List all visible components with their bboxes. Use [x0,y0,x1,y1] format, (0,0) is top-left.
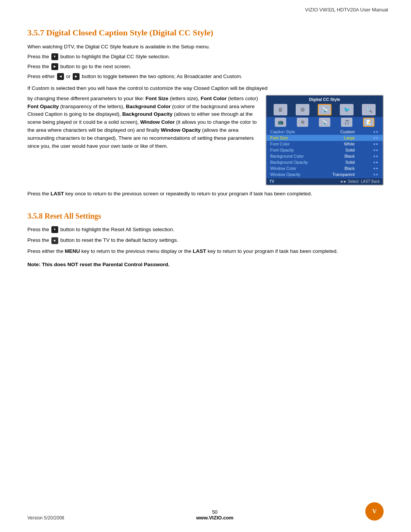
bg-opacity-value: Solid [328,160,355,165]
bg-color-value: Black [328,154,355,158]
tv-ui-footer: TV ◄► Select LAST Back [266,178,383,185]
body-paragraph: by changing these different parameters t… [27,95,259,150]
menu-row-font-color: Font Color White ◄► [266,141,383,147]
font-size-arrow: ◄► [372,136,379,140]
tv-sub-icon-3: 📡 [319,118,330,127]
font-opacity-arrow: ◄► [372,148,379,152]
tv-sub-icon-1: 📺 [275,118,286,127]
square-button-icon [51,237,58,244]
menu-row-bg-opacity: Background Opacity Solid ◄► [266,159,383,165]
left-button-icon [57,73,64,80]
reset-line-2: Press the button to reset the TV to the … [27,236,384,244]
tv-sub-icon-4: 🎵 [341,118,352,127]
section-358-title: 3.5.8 Reset All Settings [27,212,384,220]
nav-back-hint: LAST Back [361,179,380,184]
font-opacity-label: Font Opacity [270,148,312,152]
font-size-label: Font Size [270,136,312,140]
window-color-label: Window Color [270,166,312,171]
window-opacity-label: Window Opacity [270,172,312,177]
font-color-label: Font Color [270,142,312,146]
tv-menu: Caption Style Custom ◄► Font Size Large … [266,128,383,178]
right-button-icon-2 [73,73,80,80]
tv-icons-row: 🖥 ⚙ 📡 🐦 🔍 [266,102,383,117]
section-357-title: 3.5.7 Digital Closed Caption Style (Digi… [27,28,384,38]
window-opacity-arrow: ◄► [372,173,379,176]
nav-select-hint: ◄► Select [339,179,358,184]
down-button-icon-2 [51,226,58,233]
tv-footer-nav: ◄► Select LAST Back [339,179,380,184]
font-color-value: White [328,142,355,146]
tv-sub-icon-2: ⚙ [297,118,308,127]
reset-line-3: Press either the MENU key to return to t… [27,248,384,256]
caption-style-arrow: ◄► [372,130,379,134]
menu-row-caption-style: Caption Style Custom ◄► [266,129,383,135]
font-opacity-value: Solid [328,148,355,152]
tv-sub-icon-5: 📝 [363,118,374,127]
intro-line-1: When watching DTV, the Digital CC Style … [27,43,384,51]
bg-opacity-label: Background Opacity [270,160,312,165]
right-button-icon [51,63,58,70]
vizio-logo: V [365,502,384,521]
tv-ui-screenshot: Digital CC Style 🖥 ⚙ 📡 🐦 🔍 📺 ⚙ 📡 🎵 📝 [266,95,384,185]
down-button-icon [51,53,58,60]
menu-row-font-size: Font Size Large ◄► [266,135,383,141]
tv-sub-icons-row: 📺 ⚙ 📡 🎵 📝 [266,117,383,128]
two-col-layout: by changing these different parameters t… [27,95,384,185]
menu-row-window-opacity: Window Opacity Transparent ◄► [266,171,383,177]
window-color-value: Black [328,166,355,171]
bg-color-arrow: ◄► [372,154,379,158]
menu-row-window-color: Window Color Black ◄► [266,165,383,171]
bg-opacity-arrow: ◄► [372,160,379,164]
caption-style-value: Custom [328,129,355,134]
page-number: 50 [64,509,365,515]
footer-center: 50 www.VIZIO.com [64,509,365,521]
intro-line-2: Press the button to highlight the Digita… [27,53,384,61]
footer-version: Version 5/20/2008 [27,515,64,521]
page-header: VIZIO VW32L HDTV20A User Manual [0,0,411,13]
tv-icon-gear: ⚙ [296,104,309,115]
font-color-arrow: ◄► [372,142,379,146]
bg-color-label: Background Color [270,154,312,158]
window-opacity-value: Transparent [328,172,355,177]
body-text-col: by changing these different parameters t… [27,95,259,150]
tv-icon-monitor: 🖥 [274,104,287,115]
reset-note: Note: This does NOT reset the Parental C… [27,261,384,269]
caption-style-label: Caption Style [270,129,312,134]
intro-line-4: Press either or button to toggle between… [27,73,384,81]
website-text: www.VIZIO.com [196,515,233,521]
tv-icon-satellite: 📡 [318,104,331,115]
body-before: If Custom is selected then you will have… [27,85,384,93]
window-color-arrow: ◄► [372,166,379,170]
tv-icon-search: 🔍 [362,104,376,115]
font-size-value: Large [328,136,355,140]
tv-icon-bird: 🐦 [340,104,354,115]
menu-row-font-opacity: Font Opacity Solid ◄► [266,147,383,153]
section-357-intro: When watching DTV, the Digital CC Style … [27,43,384,81]
tv-ui-title: Digital CC Style [266,96,383,102]
menu-row-bg-color: Background Color Black ◄► [266,153,383,159]
page-footer: Version 5/20/2008 50 www.VIZIO.com V [0,502,411,521]
tv-footer-label: TV [269,179,274,184]
section-357-after: Press the LAST key once to return to the… [27,190,384,198]
intro-line-3: Press the button to go to the next scree… [27,63,384,71]
reset-line-1: Press the button to highlight the Reset … [27,226,384,234]
